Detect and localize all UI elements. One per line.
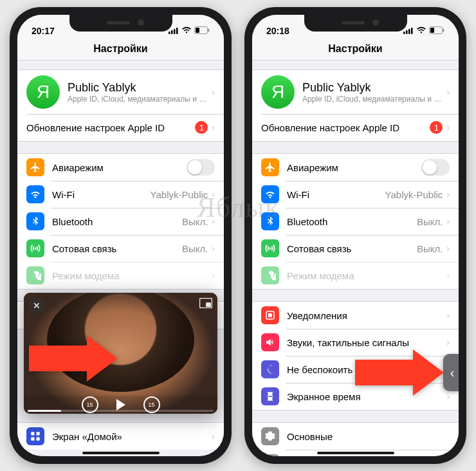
dnd-icon <box>261 360 279 378</box>
chevron-right-icon: › <box>446 87 450 97</box>
notifications-icon <box>261 306 279 324</box>
hotspot-icon <box>261 266 279 284</box>
svg-rect-17 <box>408 29 410 34</box>
profile-name: Public Yablyk <box>68 81 208 95</box>
wifi-icon <box>416 26 426 36</box>
airplane-toggle[interactable] <box>187 159 215 176</box>
chevron-right-icon: › <box>212 243 215 254</box>
svg-rect-0 <box>169 32 170 34</box>
home-label: Экран «Домой» <box>52 431 208 442</box>
home-row[interactable]: Экран «Домой» › <box>17 423 224 450</box>
svg-rect-6 <box>208 29 210 32</box>
notifications-label: Уведомления <box>287 310 443 321</box>
airplane-icon <box>261 158 279 176</box>
svg-rect-9 <box>31 432 34 435</box>
badge: 1 <box>430 121 443 134</box>
cellular-icon <box>26 239 44 257</box>
chevron-right-icon: › <box>446 310 450 320</box>
appleid-update-label: Обновление настроек Apple ID <box>261 122 426 133</box>
chevron-right-icon: › <box>212 216 215 226</box>
chevron-right-icon: › <box>446 337 450 347</box>
appleid-update-row[interactable]: Обновление настроек Apple ID 1 › <box>252 114 459 141</box>
bluetooth-row[interactable]: Bluetooth Выкл. › <box>252 208 459 235</box>
sounds-icon <box>261 333 279 351</box>
cellular-icon <box>261 239 279 257</box>
svg-rect-3 <box>176 28 178 34</box>
profile-name: Public Yablyk <box>302 81 443 95</box>
general-icon <box>261 427 279 445</box>
svg-rect-10 <box>37 432 40 435</box>
airplane-label: Авиарежим <box>52 162 187 173</box>
general-row[interactable]: Основные <box>252 423 459 450</box>
cellular-row[interactable]: Сотовая связь Выкл. › <box>17 235 224 262</box>
phone-right: 20:18 Настройки Я Public Yablyk Apple ID… <box>244 7 466 464</box>
bluetooth-icon <box>261 212 279 230</box>
chevron-right-icon: › <box>446 216 450 226</box>
svg-rect-16 <box>406 30 408 34</box>
pip-restore-button[interactable] <box>199 298 212 311</box>
airplane-row[interactable]: Авиарежим <box>17 154 224 181</box>
avatar: Я <box>26 75 60 109</box>
svg-rect-5 <box>196 28 199 33</box>
profile-sub: Apple ID, iCloud, медиаматериалы и покуп… <box>302 95 443 104</box>
svg-rect-14 <box>206 302 211 307</box>
svg-rect-23 <box>268 313 272 317</box>
chevron-right-icon: › <box>446 243 450 254</box>
pip-play-button[interactable] <box>116 399 125 411</box>
status-time: 20:18 <box>266 26 289 36</box>
chevron-right-icon: › <box>446 391 450 402</box>
cellular-value: Выкл. <box>417 243 443 254</box>
cellular-row[interactable]: Сотовая связь Выкл. › <box>252 235 459 262</box>
home-icon <box>26 427 44 445</box>
sounds-label: Звуки, тактильные сигналы <box>287 337 443 348</box>
wifi-row[interactable]: Wi-Fi Yablyk-Public › <box>17 181 224 208</box>
pip-close-button[interactable]: ✕ <box>29 298 44 313</box>
battery-icon <box>429 26 444 36</box>
appleid-update-label: Обновление настроек Apple ID <box>26 122 191 133</box>
hotspot-row[interactable]: Режим модема › <box>17 262 224 289</box>
chevron-right-icon: › <box>212 189 215 199</box>
general-label: Основные <box>287 431 450 442</box>
appleid-update-row[interactable]: Обновление настроек Apple ID 1 › <box>17 114 224 141</box>
status-time: 20:17 <box>32 26 55 36</box>
svg-rect-1 <box>171 30 173 34</box>
bluetooth-label: Bluetooth <box>52 216 178 227</box>
cellular-value: Выкл. <box>182 243 208 254</box>
svg-rect-18 <box>411 28 413 34</box>
screentime-icon <box>261 387 279 405</box>
wifi-icon <box>261 185 279 203</box>
bluetooth-row[interactable]: Bluetooth Выкл. › <box>17 208 224 235</box>
wifi-label: Wi-Fi <box>287 189 381 200</box>
annotation-arrow <box>355 349 444 396</box>
wifi-row[interactable]: Wi-Fi Yablyk-Public › <box>252 181 459 208</box>
hotspot-label: Режим модема <box>52 270 208 281</box>
bluetooth-value: Выкл. <box>182 216 208 227</box>
phone-left: 20:17 Настройки Я Public Yablyk Apple ID… <box>10 7 232 464</box>
hotspot-row[interactable]: Режим модема › <box>252 262 459 289</box>
chevron-right-icon: › <box>446 189 450 199</box>
bluetooth-icon <box>26 212 44 230</box>
notifications-row[interactable]: Уведомления › <box>252 302 459 329</box>
home-indicator[interactable] <box>82 452 160 454</box>
badge: 1 <box>195 121 208 134</box>
wifi-icon <box>181 26 192 36</box>
notch <box>304 15 407 32</box>
airplane-toggle[interactable] <box>421 159 450 176</box>
chevron-right-icon: › <box>446 270 450 281</box>
airplane-label: Авиарежим <box>287 162 421 173</box>
chevron-right-icon: › <box>212 122 215 133</box>
avatar: Я <box>261 75 295 109</box>
airplane-row[interactable]: Авиарежим <box>252 154 459 181</box>
battery-icon <box>194 26 210 36</box>
profile-row[interactable]: Я Public Yablyk Apple ID, iCloud, медиам… <box>17 70 224 114</box>
bluetooth-label: Bluetooth <box>287 216 413 227</box>
svg-rect-21 <box>443 29 444 32</box>
control-icon <box>261 454 279 456</box>
pip-progress[interactable] <box>28 410 214 412</box>
annotation-arrow <box>29 335 118 382</box>
hotspot-label: Режим модема <box>287 270 443 281</box>
profile-row[interactable]: Я Public Yablyk Apple ID, iCloud, медиам… <box>252 70 459 114</box>
pip-side-tab[interactable]: ‹ <box>443 354 459 391</box>
home-indicator[interactable] <box>317 452 394 454</box>
wifi-value: Yablyk-Public <box>385 189 443 200</box>
